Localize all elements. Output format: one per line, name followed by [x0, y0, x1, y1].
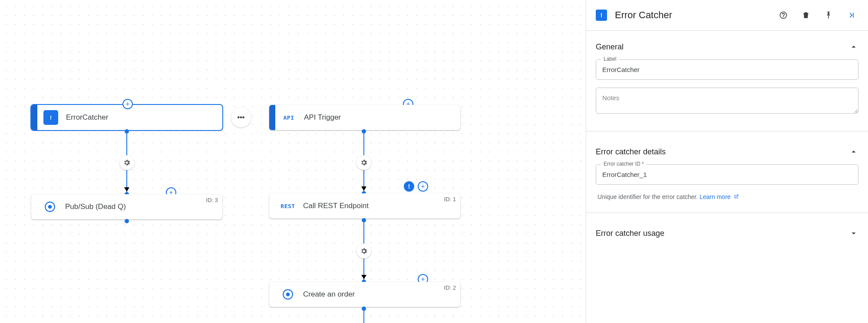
- error-catcher-id-input[interactable]: [596, 164, 858, 185]
- task-icon: [281, 287, 295, 302]
- warning-badge[interactable]: !: [404, 181, 414, 192]
- section-details: Error catcher details Error catcher ID *…: [586, 136, 868, 208]
- section-toggle-general[interactable]: General: [596, 38, 858, 59]
- pin-button[interactable]: [821, 8, 836, 23]
- node-label: API Trigger: [304, 113, 460, 122]
- svg-point-3: [286, 293, 290, 297]
- node-label: Create an order: [303, 290, 460, 299]
- details-panel: ! Error Catcher General Label Error: [586, 0, 868, 323]
- section-heading: General: [596, 42, 624, 52]
- node-call-rest[interactable]: REST Call REST Endpoint ID: 1: [269, 193, 460, 219]
- node-id: ID: 2: [444, 284, 456, 291]
- divider: [586, 212, 868, 213]
- chevron-down-icon: [849, 228, 858, 238]
- section-heading: Error catcher details: [596, 147, 666, 157]
- node-api-trigger[interactable]: API API Trigger: [269, 105, 460, 130]
- learn-more-link[interactable]: Learn more: [700, 193, 739, 200]
- section-toggle-usage[interactable]: Error catcher usage: [596, 224, 858, 246]
- divider: [586, 131, 868, 131]
- error-icon: !: [596, 10, 607, 21]
- node-label: ErrorCatcher: [66, 113, 222, 122]
- collapse-panel-button[interactable]: [844, 8, 858, 23]
- chevron-up-icon: [849, 147, 858, 157]
- node-label: Pub/Sub (Dead Q): [65, 202, 222, 211]
- rest-icon: REST: [281, 199, 295, 213]
- delete-button[interactable]: [799, 8, 813, 23]
- edge-config-button[interactable]: [356, 155, 371, 170]
- id-field-label: Error catcher ID *: [601, 161, 647, 167]
- node-id: ID: 3: [206, 197, 218, 203]
- api-icon: API: [281, 110, 296, 125]
- add-branch-rest[interactable]: [418, 181, 428, 192]
- notes-input[interactable]: [596, 88, 858, 114]
- section-general: General Label: [586, 31, 868, 127]
- edge-config-button[interactable]: [356, 244, 371, 258]
- label-field-label: Label: [601, 56, 619, 62]
- node-more-menu[interactable]: •••: [231, 108, 251, 127]
- help-button[interactable]: [776, 8, 791, 23]
- add-above-error-catcher[interactable]: [122, 99, 133, 109]
- section-heading: Error catcher usage: [596, 229, 664, 238]
- edge-dot: [125, 219, 129, 223]
- edge-arrowhead: [361, 275, 366, 279]
- pubsub-icon: [43, 199, 57, 214]
- node-id: ID: 1: [444, 196, 456, 202]
- edge-arrowhead: [124, 187, 129, 192]
- node-label: Call REST Endpoint: [303, 202, 460, 210]
- panel-header: ! Error Catcher: [586, 0, 868, 31]
- edge: [363, 309, 364, 323]
- chevron-up-icon: [849, 42, 858, 52]
- edge-arrowhead: [361, 186, 366, 191]
- panel-title: Error Catcher: [615, 10, 768, 21]
- section-usage: Error catcher usage: [586, 217, 868, 249]
- external-link-icon: [733, 194, 739, 199]
- helper-text: Unique identifier for the error catcher.…: [596, 192, 858, 205]
- error-icon: !: [43, 110, 58, 125]
- label-input[interactable]: [596, 59, 858, 80]
- flow-canvas[interactable]: ! ErrorCatcher ••• Pub/Sub (Dead Q) ID: …: [0, 0, 586, 323]
- node-pubsub[interactable]: Pub/Sub (Dead Q) ID: 3: [31, 194, 222, 219]
- node-create-order[interactable]: Create an order ID: 2: [269, 282, 460, 307]
- svg-point-1: [48, 205, 52, 209]
- edge-config-button[interactable]: [119, 155, 134, 170]
